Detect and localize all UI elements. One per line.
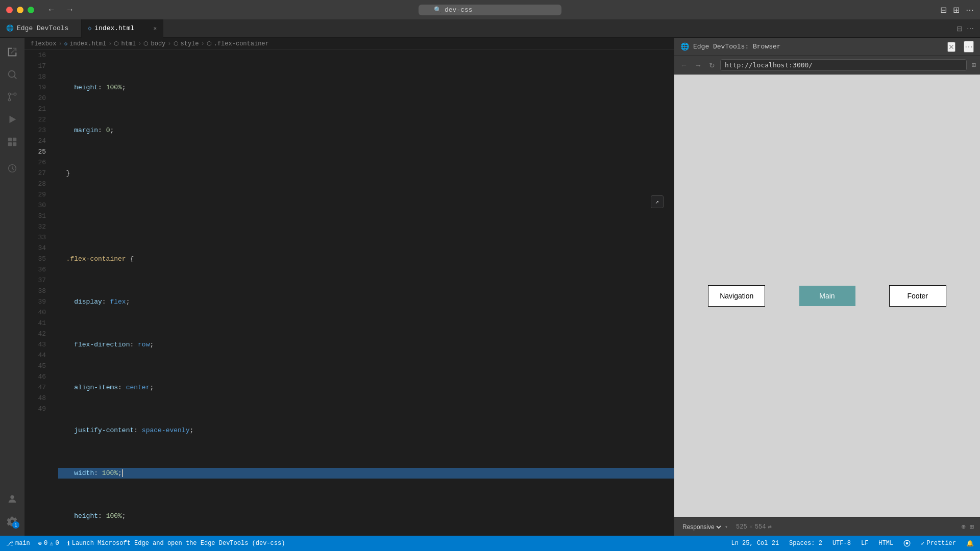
main-layout: 1 flexbox › ◇ index.html › ⬡ html › ⬡ bo…: [0, 38, 980, 536]
language-item[interactable]: HTML: [876, 540, 895, 547]
browser-footer-right: ⊕ ⊞: [961, 522, 974, 531]
breadcrumb-flex-container[interactable]: ⬡ .flex-container: [207, 40, 269, 47]
responsive-selector[interactable]: Responsive ▾: [680, 523, 728, 531]
breadcrumb-label-body: body: [151, 40, 165, 47]
fullscreen-button[interactable]: ⊞: [970, 522, 974, 531]
encoding-label: UTF-8: [832, 540, 851, 547]
formatter-icon: ✓: [921, 540, 924, 547]
spaces-label: Spaces: 2: [789, 540, 822, 547]
code-line-21: display: flex;: [58, 296, 674, 307]
statusbar-left: ⎇ main ⊗ 0 ⚠ 0 ℹ Launch Microsoft Edge a…: [4, 540, 287, 547]
breadcrumb: flexbox › ◇ index.html › ⬡ html › ⬡ body…: [24, 38, 674, 50]
account-button[interactable]: [2, 489, 22, 509]
tab-edge-devtools[interactable]: 🌐 Edge DevTools: [0, 19, 82, 38]
split-view-button[interactable]: ⊟: [957, 24, 963, 33]
element-icon-body: ⬡: [143, 40, 149, 47]
browser-content: Navigation Main Footer: [674, 74, 980, 517]
element-icon: ⬡: [114, 40, 119, 47]
swap-icon[interactable]: ⇄: [768, 523, 771, 531]
browser-title-label: Edge DevTools: Browser: [693, 43, 781, 51]
inspect-icon[interactable]: ⊞: [972, 61, 976, 69]
breadcrumb-flexbox[interactable]: flexbox: [31, 40, 56, 47]
git-branch-item[interactable]: ⎇ main: [4, 540, 32, 547]
breadcrumb-body[interactable]: ⬡ body: [143, 40, 165, 47]
code-line-17: margin: 0;: [58, 125, 674, 136]
status-bar: ⎇ main ⊗ 0 ⚠ 0 ℹ Launch Microsoft Edge a…: [0, 536, 980, 551]
errors-item[interactable]: ⊗ 0 ⚠ 0: [36, 540, 61, 547]
tab-bar: 🌐 Edge DevTools ◇ index.html ✕ ⊟ ⋯: [0, 19, 980, 38]
devtools-icon: [903, 540, 911, 547]
language-label: HTML: [878, 540, 893, 547]
svg-point-0: [9, 71, 15, 78]
editor-pane: flexbox › ◇ index.html › ⬡ html › ⬡ body…: [24, 38, 674, 536]
line-numbers: 16 17 18 19 20 21 22 23 24 25 26 27 28 2…: [24, 50, 50, 536]
split-editor-button[interactable]: ⊟: [940, 5, 947, 15]
more-button[interactable]: ⋯: [966, 5, 974, 15]
browser-more-button[interactable]: ⋯: [964, 41, 974, 53]
layout-button[interactable]: ⊞: [953, 5, 960, 15]
warning-icon: ⚠: [50, 540, 53, 547]
zoom-button[interactable]: ⊕: [961, 522, 965, 531]
tab-label-edge: Edge DevTools: [17, 24, 68, 32]
code-line-26: height: 100%;: [58, 511, 674, 521]
browser-toolbar: ← → ↻ ⊞: [674, 56, 980, 74]
traffic-lights: [6, 7, 34, 13]
svg-rect-6: [8, 138, 12, 141]
svg-point-11: [10, 495, 14, 499]
edge-browser-icon: 🌐: [680, 42, 689, 51]
extensions-button[interactable]: [2, 132, 22, 152]
code-line-16: height: 100%;: [58, 82, 674, 93]
code-editor[interactable]: 16 17 18 19 20 21 22 23 24 25 26 27 28 2…: [24, 50, 674, 536]
source-control-button[interactable]: [2, 87, 22, 107]
more-tabs-button[interactable]: ⋯: [967, 24, 974, 33]
maximize-button[interactable]: [28, 7, 34, 13]
devtools-button[interactable]: [2, 158, 22, 179]
tab-label-index: index.html: [94, 24, 134, 32]
file-icon-sm: ◇: [64, 40, 68, 47]
bell-icon: 🔔: [966, 540, 974, 547]
search-button[interactable]: [2, 64, 22, 85]
settings-button[interactable]: 1: [2, 511, 22, 532]
code-line-22: flex-direction: row;: [58, 339, 674, 350]
close-button[interactable]: [6, 7, 13, 13]
browser-width: 525: [736, 523, 747, 531]
code-content[interactable]: height: 100%; margin: 0; } .flex-contain…: [50, 50, 674, 536]
eol-item[interactable]: LF: [859, 540, 870, 547]
browser-close-button[interactable]: ✕: [947, 42, 955, 52]
breadcrumb-html[interactable]: ⬡ html: [114, 40, 136, 47]
navigation-label: Navigation: [720, 292, 753, 300]
info-item[interactable]: ℹ Launch Microsoft Edge and open the Edg…: [65, 540, 287, 547]
formatter-label: Prettier: [926, 540, 956, 547]
title-search-bar[interactable]: 🔍 dev-css: [419, 5, 561, 15]
browser-forward-button[interactable]: →: [693, 60, 704, 70]
info-icon: ℹ: [67, 540, 70, 547]
devtools-badge-item[interactable]: [901, 540, 913, 547]
encoding-item[interactable]: UTF-8: [830, 540, 853, 547]
breadcrumb-index-html[interactable]: ◇ index.html: [64, 40, 107, 47]
formatter-item[interactable]: ✓ Prettier: [919, 540, 958, 547]
warnings-count: 0: [55, 540, 59, 547]
error-icon: ⊗: [38, 540, 42, 547]
titlebar-nav: ← →: [44, 4, 77, 15]
browser-back-button[interactable]: ←: [678, 60, 690, 70]
browser-url-input[interactable]: [720, 59, 967, 71]
file-icon: ◇: [88, 24, 91, 32]
back-button[interactable]: ←: [44, 4, 59, 15]
code-line-20: .flex-container {: [58, 254, 674, 264]
svg-line-1: [14, 77, 16, 79]
spaces-item[interactable]: Spaces: 2: [787, 540, 824, 547]
notifications-item[interactable]: 🔔: [964, 540, 976, 547]
minimize-button[interactable]: [17, 7, 23, 13]
tab-close-button[interactable]: ✕: [153, 25, 157, 32]
breadcrumb-label-flexbox: flexbox: [31, 40, 56, 47]
tab-actions: ⊟ ⋯: [950, 24, 980, 33]
breadcrumb-label-flex-container: .flex-container: [214, 40, 269, 47]
forward-button[interactable]: →: [63, 4, 77, 15]
cursor-position-item[interactable]: Ln 25, Col 21: [729, 540, 781, 547]
run-button[interactable]: [2, 109, 22, 130]
tab-index-html[interactable]: ◇ index.html ✕: [82, 19, 163, 38]
browser-refresh-button[interactable]: ↻: [707, 60, 717, 70]
breadcrumb-style[interactable]: ⬡ style: [174, 40, 199, 47]
explorer-button[interactable]: [2, 42, 22, 62]
responsive-dropdown[interactable]: Responsive: [680, 523, 723, 531]
